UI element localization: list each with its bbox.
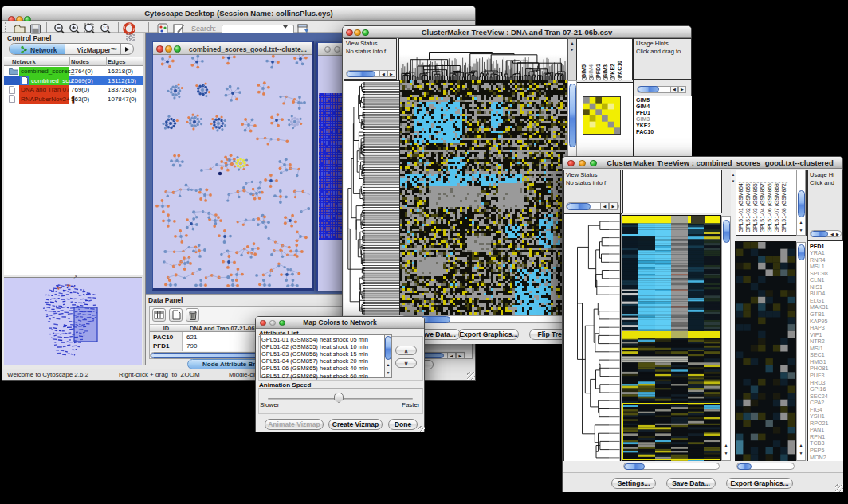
- svg-text:1:1: 1:1: [103, 25, 108, 30]
